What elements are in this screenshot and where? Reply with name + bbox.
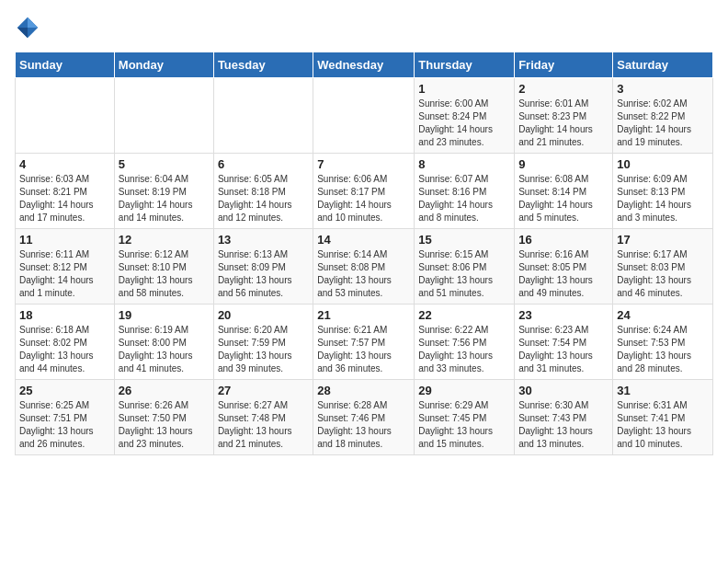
calendar-cell: 19Sunrise: 6:19 AM Sunset: 8:00 PM Dayli… <box>114 304 213 380</box>
weekday-header-saturday: Saturday <box>613 52 713 78</box>
calendar-cell: 28Sunrise: 6:28 AM Sunset: 7:46 PM Dayli… <box>313 380 415 455</box>
page-header <box>15 15 713 40</box>
calendar-week-3: 11Sunrise: 6:11 AM Sunset: 8:12 PM Dayli… <box>16 229 713 304</box>
day-number: 4 <box>19 157 110 171</box>
day-number: 29 <box>418 384 510 397</box>
day-info: Sunrise: 6:12 AM Sunset: 8:10 PM Dayligh… <box>119 248 210 300</box>
day-number: 14 <box>317 233 410 247</box>
day-info: Sunrise: 6:00 AM Sunset: 8:24 PM Dayligh… <box>418 98 510 149</box>
calendar-body: 1Sunrise: 6:00 AM Sunset: 8:24 PM Daylig… <box>16 78 713 455</box>
day-number: 8 <box>418 157 510 171</box>
day-info: Sunrise: 6:05 AM Sunset: 8:18 PM Dayligh… <box>218 173 309 224</box>
calendar-cell: 30Sunrise: 6:30 AM Sunset: 7:43 PM Dayli… <box>515 380 613 455</box>
day-number: 3 <box>617 82 709 96</box>
calendar-table: SundayMondayTuesdayWednesdayThursdayFrid… <box>15 52 713 455</box>
day-info: Sunrise: 6:16 AM Sunset: 8:05 PM Dayligh… <box>518 248 609 300</box>
day-number: 11 <box>19 233 110 247</box>
day-number: 7 <box>317 157 410 171</box>
calendar-cell <box>313 78 415 154</box>
day-info: Sunrise: 6:22 AM Sunset: 7:56 PM Dayligh… <box>418 324 510 375</box>
day-info: Sunrise: 6:08 AM Sunset: 8:14 PM Dayligh… <box>518 173 609 224</box>
day-number: 21 <box>317 308 410 322</box>
calendar-cell <box>16 78 115 154</box>
day-info: Sunrise: 6:18 AM Sunset: 8:02 PM Dayligh… <box>19 324 110 375</box>
calendar-cell: 16Sunrise: 6:16 AM Sunset: 8:05 PM Dayli… <box>515 229 613 304</box>
weekday-header-tuesday: Tuesday <box>213 52 313 78</box>
day-number: 18 <box>19 308 110 322</box>
weekday-header-sunday: Sunday <box>16 52 115 78</box>
calendar-cell: 26Sunrise: 6:26 AM Sunset: 7:50 PM Dayli… <box>114 380 213 455</box>
day-number: 27 <box>218 384 309 397</box>
day-info: Sunrise: 6:06 AM Sunset: 8:17 PM Dayligh… <box>317 173 410 224</box>
day-info: Sunrise: 6:25 AM Sunset: 7:51 PM Dayligh… <box>19 399 110 451</box>
day-info: Sunrise: 6:23 AM Sunset: 7:54 PM Dayligh… <box>518 324 609 375</box>
calendar-cell <box>213 78 313 154</box>
day-number: 5 <box>119 157 210 171</box>
logo-icon <box>15 15 40 40</box>
day-number: 28 <box>317 384 410 397</box>
day-info: Sunrise: 6:09 AM Sunset: 8:13 PM Dayligh… <box>617 173 709 224</box>
weekday-header-monday: Monday <box>114 52 213 78</box>
calendar-cell: 29Sunrise: 6:29 AM Sunset: 7:45 PM Dayli… <box>415 380 515 455</box>
day-number: 17 <box>617 233 709 247</box>
day-number: 9 <box>518 157 609 171</box>
calendar-cell: 23Sunrise: 6:23 AM Sunset: 7:54 PM Dayli… <box>515 304 613 380</box>
day-info: Sunrise: 6:11 AM Sunset: 8:12 PM Dayligh… <box>19 248 110 300</box>
calendar-cell: 27Sunrise: 6:27 AM Sunset: 7:48 PM Dayli… <box>213 380 313 455</box>
weekday-header-wednesday: Wednesday <box>313 52 415 78</box>
calendar-cell: 11Sunrise: 6:11 AM Sunset: 8:12 PM Dayli… <box>16 229 115 304</box>
calendar-cell: 8Sunrise: 6:07 AM Sunset: 8:16 PM Daylig… <box>415 154 515 229</box>
logo <box>15 15 44 40</box>
day-number: 13 <box>218 233 309 247</box>
day-info: Sunrise: 6:03 AM Sunset: 8:21 PM Dayligh… <box>19 173 110 224</box>
calendar-week-4: 18Sunrise: 6:18 AM Sunset: 8:02 PM Dayli… <box>16 304 713 380</box>
calendar-week-2: 4Sunrise: 6:03 AM Sunset: 8:21 PM Daylig… <box>16 154 713 229</box>
day-number: 30 <box>518 384 609 397</box>
day-info: Sunrise: 6:02 AM Sunset: 8:22 PM Dayligh… <box>617 98 709 149</box>
day-number: 2 <box>518 82 609 96</box>
day-info: Sunrise: 6:26 AM Sunset: 7:50 PM Dayligh… <box>119 399 210 451</box>
day-number: 6 <box>218 157 309 171</box>
calendar-cell: 7Sunrise: 6:06 AM Sunset: 8:17 PM Daylig… <box>313 154 415 229</box>
calendar-cell: 3Sunrise: 6:02 AM Sunset: 8:22 PM Daylig… <box>613 78 713 154</box>
calendar-cell <box>114 78 213 154</box>
day-info: Sunrise: 6:20 AM Sunset: 7:59 PM Dayligh… <box>218 324 309 375</box>
day-number: 10 <box>617 157 709 171</box>
day-info: Sunrise: 6:04 AM Sunset: 8:19 PM Dayligh… <box>119 173 210 224</box>
day-info: Sunrise: 6:28 AM Sunset: 7:46 PM Dayligh… <box>317 399 410 451</box>
day-number: 19 <box>119 308 210 322</box>
day-info: Sunrise: 6:24 AM Sunset: 7:53 PM Dayligh… <box>617 324 709 375</box>
day-number: 22 <box>418 308 510 322</box>
calendar-cell: 6Sunrise: 6:05 AM Sunset: 8:18 PM Daylig… <box>213 154 313 229</box>
day-number: 16 <box>518 233 609 247</box>
calendar-cell: 12Sunrise: 6:12 AM Sunset: 8:10 PM Dayli… <box>114 229 213 304</box>
calendar-header: SundayMondayTuesdayWednesdayThursdayFrid… <box>16 52 713 78</box>
calendar-cell: 25Sunrise: 6:25 AM Sunset: 7:51 PM Dayli… <box>16 380 115 455</box>
day-number: 23 <box>518 308 609 322</box>
weekday-header-row: SundayMondayTuesdayWednesdayThursdayFrid… <box>16 52 713 78</box>
day-info: Sunrise: 6:13 AM Sunset: 8:09 PM Dayligh… <box>218 248 309 300</box>
calendar-cell: 24Sunrise: 6:24 AM Sunset: 7:53 PM Dayli… <box>613 304 713 380</box>
calendar-cell: 20Sunrise: 6:20 AM Sunset: 7:59 PM Dayli… <box>213 304 313 380</box>
weekday-header-thursday: Thursday <box>415 52 515 78</box>
calendar-cell: 15Sunrise: 6:15 AM Sunset: 8:06 PM Dayli… <box>415 229 515 304</box>
calendar-cell: 1Sunrise: 6:00 AM Sunset: 8:24 PM Daylig… <box>415 78 515 154</box>
day-number: 1 <box>418 82 510 96</box>
day-number: 26 <box>119 384 210 397</box>
weekday-header-friday: Friday <box>515 52 613 78</box>
calendar-week-1: 1Sunrise: 6:00 AM Sunset: 8:24 PM Daylig… <box>16 78 713 154</box>
day-number: 24 <box>617 308 709 322</box>
day-number: 12 <box>119 233 210 247</box>
calendar-cell: 13Sunrise: 6:13 AM Sunset: 8:09 PM Dayli… <box>213 229 313 304</box>
calendar-cell: 17Sunrise: 6:17 AM Sunset: 8:03 PM Dayli… <box>613 229 713 304</box>
day-info: Sunrise: 6:01 AM Sunset: 8:23 PM Dayligh… <box>518 98 609 149</box>
day-info: Sunrise: 6:15 AM Sunset: 8:06 PM Dayligh… <box>418 248 510 300</box>
day-info: Sunrise: 6:19 AM Sunset: 8:00 PM Dayligh… <box>119 324 210 375</box>
day-info: Sunrise: 6:31 AM Sunset: 7:41 PM Dayligh… <box>617 399 709 451</box>
day-info: Sunrise: 6:29 AM Sunset: 7:45 PM Dayligh… <box>418 399 510 451</box>
day-info: Sunrise: 6:27 AM Sunset: 7:48 PM Dayligh… <box>218 399 309 451</box>
calendar-cell: 18Sunrise: 6:18 AM Sunset: 8:02 PM Dayli… <box>16 304 115 380</box>
day-number: 15 <box>418 233 510 247</box>
day-number: 20 <box>218 308 309 322</box>
calendar-cell: 2Sunrise: 6:01 AM Sunset: 8:23 PM Daylig… <box>515 78 613 154</box>
